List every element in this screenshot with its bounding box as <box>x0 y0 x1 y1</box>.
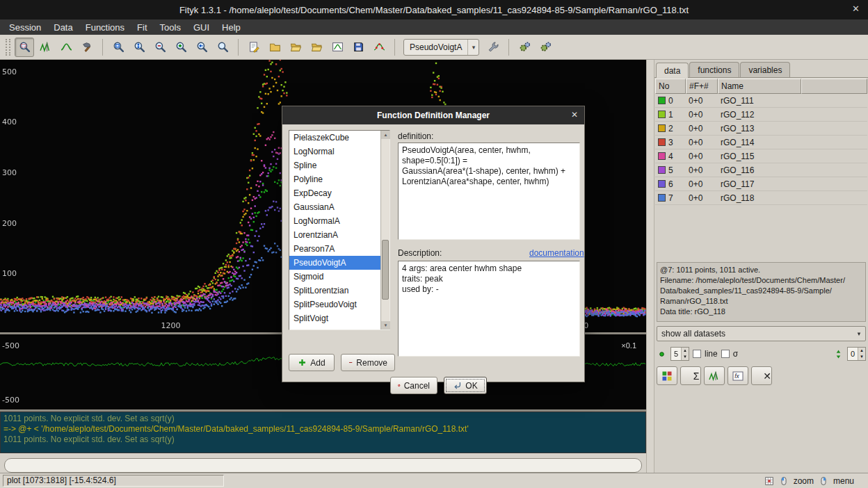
formula-button[interactable] <box>728 366 748 385</box>
ok-button[interactable]: OK <box>444 377 487 394</box>
dataset-color-swatch[interactable] <box>658 97 666 104</box>
toolbar-grip[interactable] <box>6 39 10 56</box>
menu-item[interactable]: Tools <box>154 21 187 34</box>
dataset-color-swatch[interactable] <box>658 166 666 174</box>
point-size-spinner[interactable]: 5 ▲▼ <box>670 347 689 361</box>
function-list-item[interactable]: Polyline <box>289 172 380 186</box>
line-checkbox[interactable] <box>693 350 701 358</box>
menu-item[interactable]: GUI <box>187 21 216 34</box>
spin-up-icon[interactable]: ▲ <box>682 348 689 354</box>
dataset-color-swatch[interactable] <box>658 180 666 188</box>
data-range-mode-button[interactable] <box>35 38 55 57</box>
function-list-item[interactable]: LorentzianA <box>289 228 380 242</box>
zoom-in-button[interactable] <box>171 38 191 57</box>
definition-editor[interactable]: PseudoVoigtA(area, center, hwhm, shape=0… <box>398 143 580 240</box>
run-script-button[interactable] <box>515 38 534 57</box>
dataset-row[interactable]: 5 0+0 rGO_116 <box>655 163 867 177</box>
zoom-vertical-button[interactable] <box>129 38 149 57</box>
baseline-mode-button[interactable] <box>56 38 76 57</box>
shift-up-down-icon[interactable] <box>833 349 844 359</box>
vertical-splitter[interactable] <box>646 60 654 473</box>
documentation-link[interactable]: documentation <box>529 248 584 258</box>
curve-icon <box>61 41 72 53</box>
dataset-row[interactable]: 2 0+0 rGO_113 <box>655 122 867 136</box>
disk-icon <box>353 41 364 53</box>
function-list-item[interactable]: ExpDecay <box>289 186 380 200</box>
scroll-down-icon[interactable]: ▼ <box>381 321 390 330</box>
function-list-item[interactable]: Spline <box>289 158 380 172</box>
sidebar-tab[interactable]: functions <box>689 62 739 77</box>
function-list-item[interactable]: Pearson7A <box>289 242 380 256</box>
dataset-color-swatch[interactable] <box>658 111 666 118</box>
function-list-item[interactable]: GaussianA <box>289 200 380 214</box>
function-list-item[interactable]: PielaszekCube <box>289 131 380 145</box>
function-list-item[interactable]: LogNormalA <box>289 214 380 228</box>
dataset-color-swatch[interactable] <box>658 152 666 160</box>
session-save-button[interactable] <box>348 38 368 57</box>
function-list-item[interactable]: SplitLorentzian <box>289 284 380 298</box>
function-list-item[interactable]: PseudoVoigtA <box>289 256 380 270</box>
add-peak-mode-button[interactable] <box>77 38 97 57</box>
column-header-functions[interactable]: #F+# <box>686 79 718 94</box>
sum-button[interactable]: Σ <box>680 366 701 385</box>
dataset-row[interactable]: 0 0+0 rGO_111 <box>655 94 867 108</box>
session-load-button[interactable] <box>265 38 284 57</box>
dataset-row[interactable]: 7 0+0 rGO_118 <box>655 191 867 205</box>
function-list-item[interactable]: SplitVoigt <box>289 311 380 325</box>
full-view-button[interactable] <box>213 38 232 57</box>
column-header-no[interactable]: No <box>655 79 686 94</box>
sigma-checkbox[interactable] <box>721 350 730 358</box>
data-load-button[interactable] <box>286 38 305 57</box>
dataset-colors-button[interactable] <box>657 366 677 385</box>
spin-up-icon[interactable]: ▲ <box>858 348 865 354</box>
menu-item[interactable]: Data <box>47 21 79 34</box>
function-list-item[interactable]: Sigmoid <box>289 270 380 284</box>
dataset-func-count: 0+0 <box>686 110 718 120</box>
console-line: =-> @+ < '/home/aleplo/test/Documents/Ch… <box>3 424 643 434</box>
menu-item[interactable]: Fit <box>131 21 153 34</box>
function-list-item[interactable]: LogNormal <box>289 145 380 158</box>
menu-item[interactable]: Help <box>216 21 247 34</box>
window-close-icon[interactable]: ✕ <box>852 3 860 14</box>
function-list-scrollbar[interactable]: ▲ ▼ <box>380 131 389 330</box>
show-peaks-button[interactable] <box>704 366 725 385</box>
dataset-row[interactable]: 6 0+0 rGO_117 <box>655 177 867 191</box>
run-stop-button[interactable] <box>536 38 555 57</box>
dataset-filter-select[interactable]: show all datasets ▾ <box>657 326 866 341</box>
cancel-button[interactable]: Cancel <box>390 377 437 394</box>
column-header-name[interactable]: Name <box>718 79 801 94</box>
menu-item[interactable]: Functions <box>79 21 131 34</box>
spin-down-icon[interactable]: ▼ <box>858 354 865 360</box>
scroll-up-icon[interactable]: ▲ <box>381 131 390 139</box>
data-append-button[interactable] <box>307 38 326 57</box>
delete-dataset-button[interactable]: ✕ <box>751 366 772 385</box>
dataset-row[interactable]: 3 0+0 rGO_114 <box>655 136 867 149</box>
data-editor-button[interactable] <box>369 38 389 57</box>
dialog-close-icon[interactable]: ✕ <box>571 110 578 120</box>
remove-button[interactable]: Remove <box>341 354 395 371</box>
function-list-item[interactable]: SplitPseudoVoigt <box>289 298 380 311</box>
zoom-all-button[interactable] <box>108 38 128 57</box>
sidebar-tab[interactable]: data <box>656 63 689 78</box>
command-input[interactable] <box>4 458 642 473</box>
dataset-color-swatch[interactable] <box>658 138 666 146</box>
scrollbar-thumb[interactable] <box>382 240 389 300</box>
menu-item[interactable]: Session <box>3 21 47 34</box>
output-console[interactable]: 1011 points. No explicit std. dev. Set a… <box>0 412 646 453</box>
zoom-previous-button[interactable] <box>192 38 211 57</box>
dataset-color-swatch[interactable] <box>658 124 666 132</box>
script-editor-button[interactable] <box>244 38 264 57</box>
shift-spinner[interactable]: 0 ▲▼ <box>847 347 866 361</box>
sidebar-tab[interactable]: variables <box>740 62 790 77</box>
dataset-row[interactable]: 4 0+0 rGO_115 <box>655 149 867 163</box>
function-type-select[interactable]: PseudoVoigtA ▾ <box>403 39 479 56</box>
pixel-info-icon[interactable] <box>764 476 774 486</box>
define-functions-button[interactable] <box>483 38 503 57</box>
zoom-out-button[interactable] <box>150 38 170 57</box>
dataset-color-swatch[interactable] <box>658 194 666 202</box>
dataset-row[interactable]: 1 0+0 rGO_112 <box>655 108 867 122</box>
image-save-button[interactable] <box>328 38 347 57</box>
spin-down-icon[interactable]: ▼ <box>682 354 689 360</box>
zoom-mode-button[interactable] <box>15 38 34 57</box>
add-button[interactable]: Add <box>289 354 335 371</box>
